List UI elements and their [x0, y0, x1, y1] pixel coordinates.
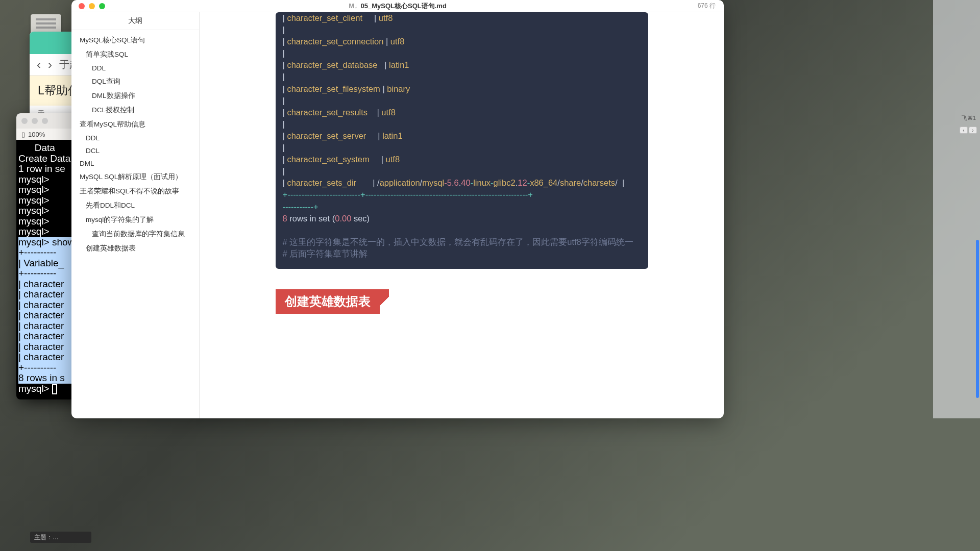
editor-linecount: 676 行	[698, 2, 716, 10]
outline-item[interactable]: DQL查询	[71, 74, 199, 89]
minimize-icon[interactable]	[89, 3, 95, 9]
editor-window: M↓ 05_MySQL核心SQL语句.md 676 行 大纲 MySQL核心SQ…	[71, 0, 724, 418]
outline-item[interactable]: DCL授权控制	[71, 103, 199, 117]
prev-button[interactable]: ‹	[960, 127, 968, 134]
outline-item[interactable]: DML数据操作	[71, 89, 199, 103]
terminal-zoom-value: 100%	[28, 131, 45, 138]
next-button[interactable]: ›	[969, 127, 977, 134]
section-heading: 创建英雄数据表	[276, 289, 648, 314]
browser-back-button[interactable]: ‹	[37, 58, 41, 72]
taskbar-fragment: 主题：…	[30, 532, 91, 543]
close-icon[interactable]	[21, 118, 28, 124]
shortcut-hint: 飞⌘1	[962, 114, 976, 122]
window-controls[interactable]	[79, 3, 105, 9]
right-side-strip: 飞⌘1 ‹ ›	[933, 0, 980, 418]
code-block[interactable]: | character_set_client | utf8|| characte…	[276, 12, 648, 269]
outline-item[interactable]: 王者荣耀和SQL不得不说的故事	[71, 184, 199, 198]
outline-item[interactable]: MySQL SQL解析原理（面试用）	[71, 170, 199, 184]
outline-panel: 大纲 MySQL核心SQL语句简单实践SQLDDLDQL查询DML数据操作DCL…	[71, 12, 200, 418]
close-icon[interactable]	[79, 3, 85, 9]
outline-item[interactable]: 先看DDL和DCL	[71, 198, 199, 213]
outline-item[interactable]: MySQL核心SQL语句	[71, 33, 199, 47]
outline-item[interactable]: 创建英雄数据表	[71, 241, 199, 256]
outline-item[interactable]: 简单实践SQL	[71, 47, 199, 62]
outline-item[interactable]: DDL	[71, 62, 199, 74]
outline-item[interactable]: mysql的字符集的了解	[71, 213, 199, 227]
editor-titlebar[interactable]: M↓ 05_MySQL核心SQL语句.md 676 行	[71, 0, 724, 12]
markdown-icon: M↓	[349, 2, 357, 10]
editor-filename: M↓ 05_MySQL核心SQL语句.md	[349, 2, 447, 11]
scroll-indicator[interactable]	[976, 240, 979, 398]
outline-item[interactable]: DML	[71, 157, 199, 170]
outline-item[interactable]: 查询当前数据库的字符集信息	[71, 227, 199, 241]
outline-item[interactable]: DDL	[71, 132, 199, 144]
battery-icon: ▯	[21, 131, 25, 138]
browser-forward-button[interactable]: ›	[48, 58, 52, 72]
editor-content[interactable]: | character_set_client | utf8|| characte…	[200, 12, 724, 418]
minimize-icon[interactable]	[32, 118, 38, 124]
outline-title: 大纲	[71, 12, 199, 30]
outline-item[interactable]: 查看MySQL帮助信息	[71, 117, 199, 132]
section-heading-label: 创建英雄数据表	[276, 289, 380, 314]
outline-list[interactable]: MySQL核心SQL语句简单实践SQLDDLDQL查询DML数据操作DCL授权控…	[71, 30, 199, 418]
outline-item[interactable]: DCL	[71, 144, 199, 157]
fullscreen-icon[interactable]	[99, 3, 105, 9]
nav-arrows[interactable]: ‹ ›	[960, 127, 977, 134]
editor-filename-text: 05_MySQL核心SQL语句.md	[361, 2, 447, 11]
zoom-icon[interactable]	[42, 118, 48, 124]
